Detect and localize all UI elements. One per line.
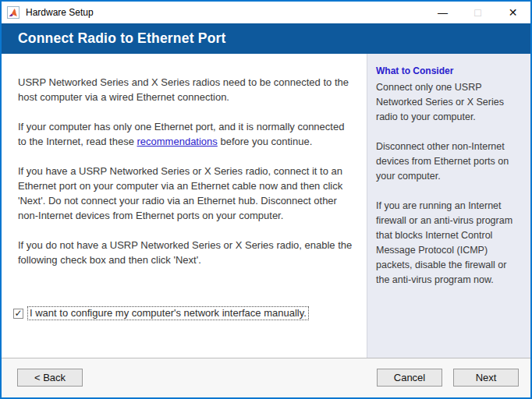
- back-button[interactable]: < Back: [17, 369, 83, 387]
- sidebar-heading: What to Consider: [376, 65, 520, 76]
- paragraph-one-port-after: before you continue.: [218, 136, 312, 147]
- close-button[interactable]: ✕: [495, 2, 530, 23]
- titlebar: Hardware Setup — □ ✕: [2, 2, 530, 23]
- hardware-setup-window: Hardware Setup — □ ✕ Connect Radio to Et…: [0, 0, 532, 399]
- what-to-consider-panel: What to Consider Connect only one USRP N…: [367, 54, 530, 358]
- sidebar-paragraph-firewall: If you are running an Internet firewall …: [376, 199, 520, 288]
- manual-config-row: ✓ I want to configure my computer's netw…: [13, 306, 309, 320]
- manual-config-label[interactable]: I want to configure my computer's networ…: [27, 306, 309, 320]
- cancel-button[interactable]: Cancel: [377, 369, 442, 387]
- matlab-icon: [7, 6, 20, 19]
- paragraph-connect-now: If you have a USRP Networked Series or X…: [18, 164, 354, 223]
- window-controls: — □ ✕: [425, 2, 530, 23]
- recommendations-link[interactable]: recommendations: [137, 136, 218, 147]
- sidebar-paragraph-disconnect: Disconnect other non-Internet devices fr…: [376, 139, 520, 184]
- minimize-button[interactable]: —: [425, 2, 460, 23]
- paragraph-connection: USRP Networked Series and X Series radio…: [18, 75, 354, 104]
- wizard-header: Connect Radio to Ethernet Port: [2, 23, 530, 54]
- page-title: Connect Radio to Ethernet Port: [18, 30, 226, 47]
- button-bar: < Back Cancel Next: [2, 358, 530, 397]
- manual-config-checkbox[interactable]: ✓: [13, 309, 23, 319]
- maximize-button: □: [460, 2, 495, 23]
- sidebar-paragraph-one-radio: Connect only one USRP Networked Series o…: [376, 80, 520, 125]
- paragraph-one-port: If your computer has only one Ethernet p…: [18, 119, 354, 149]
- window-title: Hardware Setup: [26, 7, 425, 18]
- next-button[interactable]: Next: [453, 369, 519, 387]
- paragraph-no-radio: If you do not have a USRP Networked Seri…: [18, 238, 354, 267]
